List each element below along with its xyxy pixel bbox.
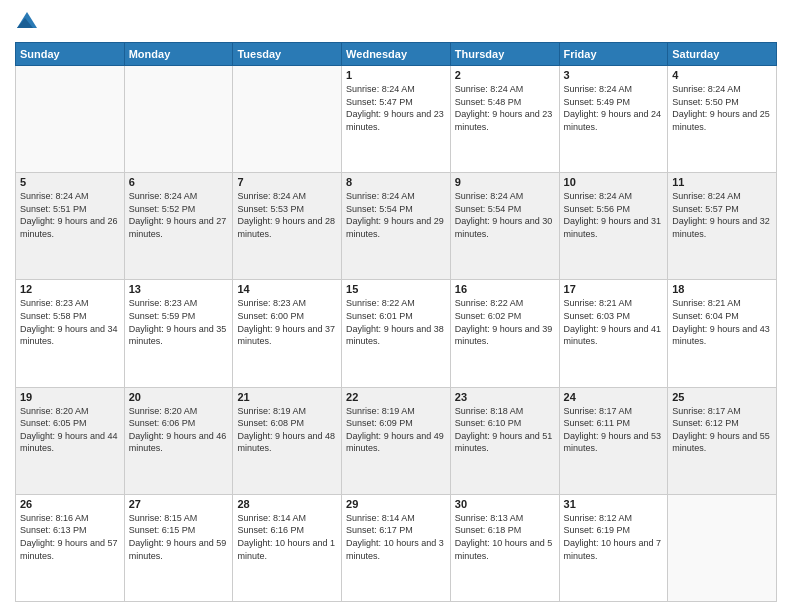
day-number: 27 bbox=[129, 498, 229, 510]
day-info: Sunrise: 8:24 AM Sunset: 5:48 PM Dayligh… bbox=[455, 83, 555, 133]
day-number: 25 bbox=[672, 391, 772, 403]
weekday-header-row: SundayMondayTuesdayWednesdayThursdayFrid… bbox=[16, 43, 777, 66]
calendar-cell: 21Sunrise: 8:19 AM Sunset: 6:08 PM Dayli… bbox=[233, 387, 342, 494]
day-info: Sunrise: 8:24 AM Sunset: 5:49 PM Dayligh… bbox=[564, 83, 664, 133]
day-number: 24 bbox=[564, 391, 664, 403]
day-info: Sunrise: 8:24 AM Sunset: 5:53 PM Dayligh… bbox=[237, 190, 337, 240]
day-info: Sunrise: 8:24 AM Sunset: 5:54 PM Dayligh… bbox=[455, 190, 555, 240]
header bbox=[15, 10, 777, 34]
day-number: 12 bbox=[20, 283, 120, 295]
day-info: Sunrise: 8:19 AM Sunset: 6:08 PM Dayligh… bbox=[237, 405, 337, 455]
calendar-cell bbox=[668, 494, 777, 601]
day-number: 8 bbox=[346, 176, 446, 188]
week-row: 12Sunrise: 8:23 AM Sunset: 5:58 PM Dayli… bbox=[16, 280, 777, 387]
calendar-cell: 31Sunrise: 8:12 AM Sunset: 6:19 PM Dayli… bbox=[559, 494, 668, 601]
calendar-cell: 12Sunrise: 8:23 AM Sunset: 5:58 PM Dayli… bbox=[16, 280, 125, 387]
day-info: Sunrise: 8:22 AM Sunset: 6:02 PM Dayligh… bbox=[455, 297, 555, 347]
calendar-table: SundayMondayTuesdayWednesdayThursdayFrid… bbox=[15, 42, 777, 602]
calendar-cell: 27Sunrise: 8:15 AM Sunset: 6:15 PM Dayli… bbox=[124, 494, 233, 601]
calendar-cell: 28Sunrise: 8:14 AM Sunset: 6:16 PM Dayli… bbox=[233, 494, 342, 601]
calendar-cell: 16Sunrise: 8:22 AM Sunset: 6:02 PM Dayli… bbox=[450, 280, 559, 387]
week-row: 26Sunrise: 8:16 AM Sunset: 6:13 PM Dayli… bbox=[16, 494, 777, 601]
day-info: Sunrise: 8:17 AM Sunset: 6:11 PM Dayligh… bbox=[564, 405, 664, 455]
calendar-cell: 6Sunrise: 8:24 AM Sunset: 5:52 PM Daylig… bbox=[124, 173, 233, 280]
calendar-cell: 17Sunrise: 8:21 AM Sunset: 6:03 PM Dayli… bbox=[559, 280, 668, 387]
day-info: Sunrise: 8:24 AM Sunset: 5:50 PM Dayligh… bbox=[672, 83, 772, 133]
day-info: Sunrise: 8:21 AM Sunset: 6:03 PM Dayligh… bbox=[564, 297, 664, 347]
day-number: 16 bbox=[455, 283, 555, 295]
day-info: Sunrise: 8:24 AM Sunset: 5:54 PM Dayligh… bbox=[346, 190, 446, 240]
day-info: Sunrise: 8:24 AM Sunset: 5:52 PM Dayligh… bbox=[129, 190, 229, 240]
day-number: 6 bbox=[129, 176, 229, 188]
calendar-cell: 11Sunrise: 8:24 AM Sunset: 5:57 PM Dayli… bbox=[668, 173, 777, 280]
day-number: 19 bbox=[20, 391, 120, 403]
day-number: 30 bbox=[455, 498, 555, 510]
calendar-cell: 18Sunrise: 8:21 AM Sunset: 6:04 PM Dayli… bbox=[668, 280, 777, 387]
weekday-header: Sunday bbox=[16, 43, 125, 66]
day-number: 15 bbox=[346, 283, 446, 295]
calendar-cell: 9Sunrise: 8:24 AM Sunset: 5:54 PM Daylig… bbox=[450, 173, 559, 280]
calendar-cell: 24Sunrise: 8:17 AM Sunset: 6:11 PM Dayli… bbox=[559, 387, 668, 494]
day-info: Sunrise: 8:24 AM Sunset: 5:51 PM Dayligh… bbox=[20, 190, 120, 240]
calendar-cell: 22Sunrise: 8:19 AM Sunset: 6:09 PM Dayli… bbox=[342, 387, 451, 494]
calendar-cell: 15Sunrise: 8:22 AM Sunset: 6:01 PM Dayli… bbox=[342, 280, 451, 387]
day-info: Sunrise: 8:15 AM Sunset: 6:15 PM Dayligh… bbox=[129, 512, 229, 562]
week-row: 1Sunrise: 8:24 AM Sunset: 5:47 PM Daylig… bbox=[16, 66, 777, 173]
weekday-header: Thursday bbox=[450, 43, 559, 66]
calendar-cell: 30Sunrise: 8:13 AM Sunset: 6:18 PM Dayli… bbox=[450, 494, 559, 601]
calendar-cell: 5Sunrise: 8:24 AM Sunset: 5:51 PM Daylig… bbox=[16, 173, 125, 280]
weekday-header: Saturday bbox=[668, 43, 777, 66]
day-number: 31 bbox=[564, 498, 664, 510]
day-number: 28 bbox=[237, 498, 337, 510]
weekday-header: Wednesday bbox=[342, 43, 451, 66]
calendar-cell: 26Sunrise: 8:16 AM Sunset: 6:13 PM Dayli… bbox=[16, 494, 125, 601]
calendar-cell: 19Sunrise: 8:20 AM Sunset: 6:05 PM Dayli… bbox=[16, 387, 125, 494]
calendar-cell: 29Sunrise: 8:14 AM Sunset: 6:17 PM Dayli… bbox=[342, 494, 451, 601]
weekday-header: Tuesday bbox=[233, 43, 342, 66]
day-number: 5 bbox=[20, 176, 120, 188]
weekday-header: Friday bbox=[559, 43, 668, 66]
calendar-cell: 25Sunrise: 8:17 AM Sunset: 6:12 PM Dayli… bbox=[668, 387, 777, 494]
day-number: 23 bbox=[455, 391, 555, 403]
day-number: 11 bbox=[672, 176, 772, 188]
day-number: 13 bbox=[129, 283, 229, 295]
day-info: Sunrise: 8:16 AM Sunset: 6:13 PM Dayligh… bbox=[20, 512, 120, 562]
day-info: Sunrise: 8:20 AM Sunset: 6:05 PM Dayligh… bbox=[20, 405, 120, 455]
calendar-cell: 10Sunrise: 8:24 AM Sunset: 5:56 PM Dayli… bbox=[559, 173, 668, 280]
day-info: Sunrise: 8:24 AM Sunset: 5:47 PM Dayligh… bbox=[346, 83, 446, 133]
calendar-cell: 14Sunrise: 8:23 AM Sunset: 6:00 PM Dayli… bbox=[233, 280, 342, 387]
day-number: 21 bbox=[237, 391, 337, 403]
day-number: 22 bbox=[346, 391, 446, 403]
calendar-cell bbox=[233, 66, 342, 173]
calendar-cell: 1Sunrise: 8:24 AM Sunset: 5:47 PM Daylig… bbox=[342, 66, 451, 173]
day-info: Sunrise: 8:14 AM Sunset: 6:17 PM Dayligh… bbox=[346, 512, 446, 562]
calendar-cell: 23Sunrise: 8:18 AM Sunset: 6:10 PM Dayli… bbox=[450, 387, 559, 494]
calendar-cell: 4Sunrise: 8:24 AM Sunset: 5:50 PM Daylig… bbox=[668, 66, 777, 173]
day-number: 17 bbox=[564, 283, 664, 295]
week-row: 5Sunrise: 8:24 AM Sunset: 5:51 PM Daylig… bbox=[16, 173, 777, 280]
day-number: 20 bbox=[129, 391, 229, 403]
calendar-cell: 8Sunrise: 8:24 AM Sunset: 5:54 PM Daylig… bbox=[342, 173, 451, 280]
calendar-cell: 2Sunrise: 8:24 AM Sunset: 5:48 PM Daylig… bbox=[450, 66, 559, 173]
day-info: Sunrise: 8:21 AM Sunset: 6:04 PM Dayligh… bbox=[672, 297, 772, 347]
day-info: Sunrise: 8:19 AM Sunset: 6:09 PM Dayligh… bbox=[346, 405, 446, 455]
day-info: Sunrise: 8:12 AM Sunset: 6:19 PM Dayligh… bbox=[564, 512, 664, 562]
day-number: 3 bbox=[564, 69, 664, 81]
day-number: 29 bbox=[346, 498, 446, 510]
day-number: 2 bbox=[455, 69, 555, 81]
weekday-header: Monday bbox=[124, 43, 233, 66]
day-info: Sunrise: 8:24 AM Sunset: 5:57 PM Dayligh… bbox=[672, 190, 772, 240]
calendar-cell: 13Sunrise: 8:23 AM Sunset: 5:59 PM Dayli… bbox=[124, 280, 233, 387]
day-info: Sunrise: 8:23 AM Sunset: 5:59 PM Dayligh… bbox=[129, 297, 229, 347]
page: SundayMondayTuesdayWednesdayThursdayFrid… bbox=[0, 0, 792, 612]
calendar-cell: 20Sunrise: 8:20 AM Sunset: 6:06 PM Dayli… bbox=[124, 387, 233, 494]
day-number: 9 bbox=[455, 176, 555, 188]
day-number: 7 bbox=[237, 176, 337, 188]
day-info: Sunrise: 8:24 AM Sunset: 5:56 PM Dayligh… bbox=[564, 190, 664, 240]
day-info: Sunrise: 8:13 AM Sunset: 6:18 PM Dayligh… bbox=[455, 512, 555, 562]
day-info: Sunrise: 8:22 AM Sunset: 6:01 PM Dayligh… bbox=[346, 297, 446, 347]
day-number: 18 bbox=[672, 283, 772, 295]
day-number: 10 bbox=[564, 176, 664, 188]
calendar-cell: 3Sunrise: 8:24 AM Sunset: 5:49 PM Daylig… bbox=[559, 66, 668, 173]
day-info: Sunrise: 8:18 AM Sunset: 6:10 PM Dayligh… bbox=[455, 405, 555, 455]
